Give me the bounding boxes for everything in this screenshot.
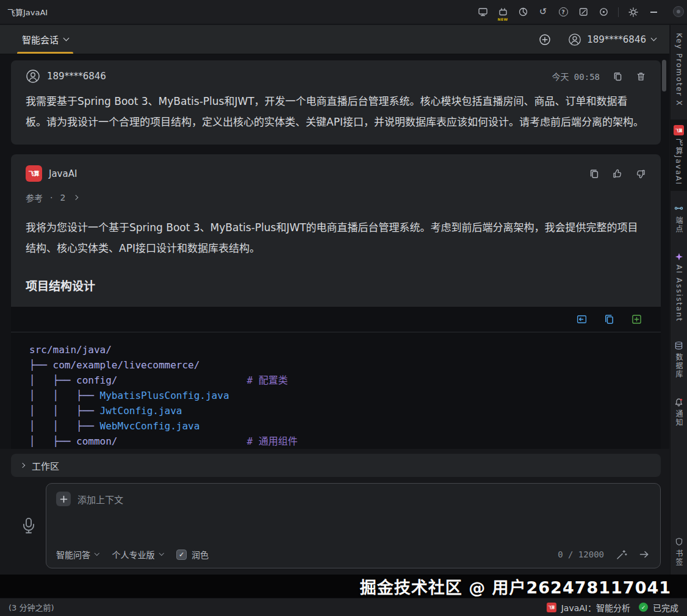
bell-icon [674,397,684,407]
new-feature-icon[interactable]: NEW [497,7,508,18]
account-name: 189****6846 [587,34,646,45]
help-glyph: ? [559,7,568,16]
toolwindow-label: 通知 [674,410,684,427]
thumbs-up-icon[interactable] [612,168,623,179]
new-chat-edit-icon[interactable] [578,7,589,18]
user-name: 189****6846 [47,71,106,82]
watermark-text: 掘金技术社区 @ 用户262478117041 [0,575,687,598]
ai-intro-text: 我将为您设计一个基于Spring Boot 3、MyBatis-Plus和JWT… [11,217,661,259]
user-message-card: 189****6846 今天 00:58 我需要基于Spring Boot 3、… [11,60,661,145]
database-icon [674,340,684,350]
code-line: │ │ ├── MybatisPlusConfig.java [29,388,661,403]
polish-checkbox[interactable]: ✓ [176,550,187,560]
history-icon[interactable]: ↺ [538,7,549,18]
tabbar-right: 189****6846 [539,33,669,46]
plugin-corner-icon[interactable] [673,6,684,17]
settings-gear-icon[interactable] [628,7,639,18]
tab-smart-chat[interactable]: 智能会话 [17,25,73,54]
ai-assistant-icon [674,252,684,262]
create-file-icon[interactable] [631,313,642,325]
plan-select-value: 个人专业版 [112,548,155,560]
references-count: 2 [60,193,65,202]
toolwindow-ai-assistant[interactable]: AI Assistant [671,246,687,328]
tab-label: 智能会话 [22,33,59,46]
user-avatar-icon [568,33,581,46]
thumbs-down-icon[interactable] [635,168,646,179]
toolwindow-label: AI Assistant [675,265,683,322]
workspace-toggle[interactable]: 工作区 [11,454,661,477]
plus-icon [56,492,71,506]
microphone-icon[interactable] [20,517,38,535]
message-input[interactable]: 添加上下文 智能问答 个人专业版 ✓ [46,483,661,568]
magic-wand-icon[interactable] [615,548,627,560]
feisuan-logo-icon: 飞算 [547,603,556,612]
copy-icon[interactable] [589,168,600,179]
mode-select[interactable]: 智能问答 [56,548,99,560]
account-menu[interactable]: 189****6846 [568,33,656,46]
window-title: 飞算JavaAI [7,6,48,18]
right-tool-strip: Key Promoter X 飞算 飞算JavaAI 端点 AI Assista… [670,25,687,575]
ai-name: JavaAI [49,168,77,179]
code-line: │ ├── common/ # 通用组件 [29,434,661,449]
code-content: src/main/java/ ├── com/example/livecomme… [11,332,661,449]
status-done-label: 已完成 [653,601,678,614]
copy-code-icon[interactable] [603,313,615,325]
chevron-down-icon [63,35,70,41]
check-circle-icon: ✓ [639,603,648,612]
toolwindow-label: 端点 [674,217,684,234]
chat-area: 189****6846 今天 00:58 我需要基于Spring Boot 3、… [0,54,669,449]
toolwindow-endpoints[interactable]: 端点 [671,198,687,239]
mode-select-value: 智能问答 [56,548,90,560]
target-icon[interactable] [598,7,609,18]
bottom-panel: 工作区 添加上下文 [0,449,669,575]
add-context-button[interactable]: 添加上下文 [56,492,650,506]
toolwindow-key-promoter[interactable]: Key Promoter X [671,27,687,112]
status-analysis-label: JavaAI：智能分析 [561,601,630,614]
titlebar-actions: NEW ↺ ? [477,7,659,18]
feisuan-logo-icon: 飞算 [674,125,684,135]
send-icon[interactable] [638,548,650,560]
toolwindow-bookmarks[interactable]: 书签 [671,531,687,572]
chevron-right-icon [73,195,78,200]
status-left-text: (3 分钟之前) [9,601,54,613]
polish-label: 润色 [192,548,209,560]
section-heading: 项目结构设计 [11,277,661,293]
toolwindow-label: 数据库 [674,353,684,379]
bookmark-shield-icon [674,537,684,546]
code-line: src/main/java/ [29,342,661,357]
user-avatar-icon [26,69,40,84]
message-timestamp: 今天 00:58 [552,70,600,82]
ai-message-actions [589,168,646,179]
code-toolbar [11,307,661,332]
references-toggle[interactable]: 参考 · 2 [11,192,661,204]
status-analysis-widget[interactable]: 飞算 JavaAI：智能分析 ✓ 已完成 [547,601,678,614]
toolwindow-label: 书签 [674,550,684,567]
toolwindow-database[interactable]: 数据库 [671,335,687,384]
toolwindow-feisuan-javaai[interactable]: 飞算 飞算JavaAI [671,120,687,191]
delete-icon[interactable] [635,71,646,82]
code-block: src/main/java/ ├── com/example/livecomme… [11,307,661,449]
feedback-icon[interactable] [477,7,488,18]
code-line: │ │ ├── WebMvcConfig.java [29,418,661,434]
new-conversation-icon[interactable] [539,34,551,46]
workspace-label: 工作区 [32,459,59,472]
help-icon[interactable]: ? [558,7,569,18]
references-label: 参考 [26,192,43,204]
toolwindow-notifications[interactable]: 通知 [671,392,687,432]
char-counter: 0 / 12000 [558,550,604,559]
stats-pie-icon[interactable] [517,7,528,18]
insert-to-editor-icon[interactable] [576,313,588,325]
code-line: │ │ ├── JwtConfig.java [29,403,661,418]
copy-icon[interactable] [612,71,623,82]
toolwindow-label: Key Promoter X [675,33,683,107]
main-content: 智能会话 189****6846 189* [0,25,669,575]
minimize-icon[interactable] [648,7,659,18]
code-line: ├── com/example/livecommerce/ [29,357,661,373]
scrollbar-thumb[interactable] [662,60,666,91]
chevron-down-icon [95,551,99,556]
new-badge: NEW [497,17,508,21]
app-window: 飞算JavaAI NEW ↺ ? [0,0,687,616]
plan-select[interactable]: 个人专业版 [112,548,164,560]
titlebar-divider [618,7,619,17]
polish-checkbox-group[interactable]: ✓ 润色 [176,548,209,560]
